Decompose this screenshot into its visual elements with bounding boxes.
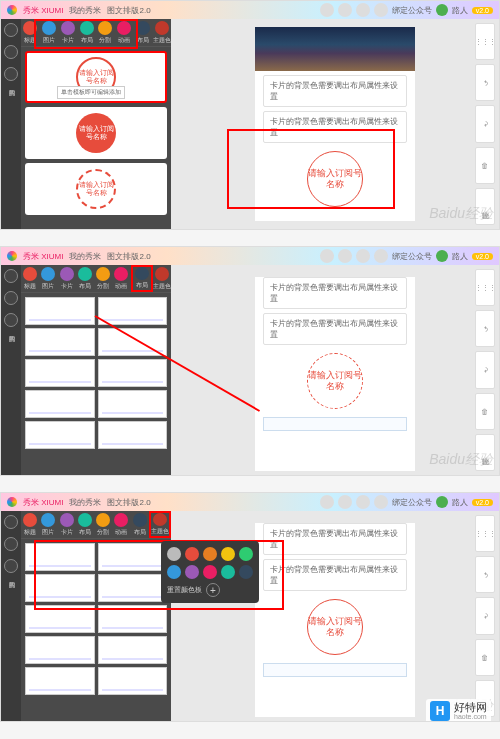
layout-template[interactable] xyxy=(98,667,168,695)
preview-icon[interactable] xyxy=(374,3,388,17)
layout-template[interactable] xyxy=(98,390,168,418)
sidebar-my-images-icon[interactable] xyxy=(4,67,18,81)
template-card[interactable]: 请输入订阅号名称 xyxy=(25,107,167,159)
tool-divider[interactable]: 分割 xyxy=(96,19,115,46)
undo-button[interactable]: ↶ xyxy=(475,556,495,593)
undo-button[interactable]: ↶ xyxy=(475,64,495,101)
layout-slot[interactable] xyxy=(263,417,407,431)
redo-button[interactable]: ↷ xyxy=(475,597,495,634)
apps-icon[interactable]: ⋮⋮⋮ xyxy=(475,23,495,60)
user-avatar-icon[interactable] xyxy=(436,4,448,16)
color-swatch[interactable] xyxy=(239,547,253,561)
redo-button[interactable]: ↷ xyxy=(475,351,495,388)
tool-anim[interactable]: 动画 xyxy=(115,19,134,46)
template-card[interactable]: 请输入订阅号名称 xyxy=(25,163,167,215)
color-swatch[interactable] xyxy=(221,547,235,561)
tool-layout2[interactable]: 布局 xyxy=(134,19,153,46)
color-swatch[interactable] xyxy=(221,565,235,579)
tab-mine[interactable]: 我的秀米 xyxy=(69,5,101,16)
layout-template[interactable] xyxy=(25,667,95,695)
apps-icon[interactable]: ⋮⋮⋮ xyxy=(475,269,495,306)
undo-icon[interactable] xyxy=(320,3,334,17)
redo-icon[interactable] xyxy=(338,3,352,17)
layout-template[interactable] xyxy=(25,328,95,356)
canvas-area[interactable]: 卡片的背景色需要调出布局属性来设置 卡片的背景色需要调出布局属性来设置 请输入订… xyxy=(171,19,499,229)
canvas-circle-element[interactable]: 请输入订阅号名称 xyxy=(307,599,363,655)
canvas-circle-element[interactable]: 请输入订阅号名称 xyxy=(307,151,363,207)
redo-button[interactable]: ↷ xyxy=(475,105,495,142)
undo-icon[interactable] xyxy=(320,249,334,263)
redo-icon[interactable] xyxy=(338,495,352,509)
sidebar-icon[interactable] xyxy=(4,313,18,327)
color-swatch[interactable] xyxy=(239,565,253,579)
color-swatch[interactable] xyxy=(167,547,181,561)
redo-icon[interactable] xyxy=(338,249,352,263)
color-swatch[interactable] xyxy=(167,565,181,579)
save-icon[interactable] xyxy=(356,3,370,17)
tab-editor[interactable]: 图文排版2.0 xyxy=(107,5,150,16)
tool-theme-highlighted[interactable]: 主题色 xyxy=(149,511,171,538)
canvas-area[interactable]: 卡片的背景色需要调出布局属性来设置 卡片的背景色需要调出布局属性来设置 请输入订… xyxy=(171,265,499,475)
reset-color-label[interactable]: 重置颜色板 xyxy=(167,585,202,595)
tool-layout-highlighted[interactable]: 布局 xyxy=(131,265,153,292)
tool-image[interactable]: 图片 xyxy=(40,19,59,46)
color-swatch[interactable] xyxy=(203,547,217,561)
message-card[interactable]: 卡片的背景色需要调出布局属性来设置 xyxy=(263,111,407,143)
color-swatch[interactable] xyxy=(185,547,199,561)
sidebar-icon[interactable] xyxy=(4,269,18,283)
undo-button[interactable]: ↶ xyxy=(475,310,495,347)
user-avatar-icon[interactable] xyxy=(436,496,448,508)
message-card[interactable]: 卡片的背景色需要调出布局属性来设置 xyxy=(263,313,407,345)
canvas-area[interactable]: 卡片的背景色需要调出布局属性来设置 卡片的背景色需要调出布局属性来设置 请输入订… xyxy=(171,511,499,721)
user-avatar-icon[interactable] xyxy=(436,250,448,262)
layout-template[interactable] xyxy=(25,421,95,449)
tool-title[interactable]: 标题 xyxy=(21,19,40,46)
layout-template[interactable] xyxy=(25,543,95,571)
compare-button[interactable]: 比较 xyxy=(475,434,495,471)
sidebar-my-templates-icon[interactable] xyxy=(4,45,18,59)
layout-template[interactable] xyxy=(25,359,95,387)
message-card[interactable]: 卡片的背景色需要调出布局属性来设置 xyxy=(263,559,407,591)
layout-template[interactable] xyxy=(98,543,168,571)
template-card[interactable]: 请输入订阅号名称 单击模板即可编辑添加 xyxy=(25,51,167,103)
sidebar-icon[interactable] xyxy=(4,537,18,551)
preview-icon[interactable] xyxy=(374,495,388,509)
layout-template[interactable] xyxy=(25,390,95,418)
layout-template[interactable] xyxy=(98,636,168,664)
layout-template[interactable] xyxy=(98,297,168,325)
color-swatch[interactable] xyxy=(185,565,199,579)
layout-template[interactable] xyxy=(98,328,168,356)
message-card[interactable]: 卡片的背景色需要调出布局属性来设置 xyxy=(263,75,407,107)
save-icon[interactable] xyxy=(356,249,370,263)
undo-icon[interactable] xyxy=(320,495,334,509)
layout-slot[interactable] xyxy=(263,663,407,677)
color-swatch[interactable] xyxy=(203,565,217,579)
sidebar-icon[interactable] xyxy=(4,515,18,529)
layout-template[interactable] xyxy=(98,574,168,602)
layout-template[interactable] xyxy=(25,605,95,633)
layout-template[interactable] xyxy=(25,574,95,602)
layout-template[interactable] xyxy=(98,421,168,449)
layout-template-highlighted[interactable] xyxy=(25,297,95,325)
sidebar-icon[interactable] xyxy=(4,291,18,305)
preview-icon[interactable] xyxy=(374,249,388,263)
trash-button[interactable]: 🗑 xyxy=(475,393,495,430)
sidebar-system-templates-icon[interactable] xyxy=(4,23,18,37)
canvas-circle-element[interactable]: 请输入订阅号名称 xyxy=(307,353,363,409)
trash-button[interactable]: 🗑 xyxy=(475,639,495,676)
layout-template[interactable] xyxy=(25,636,95,664)
add-color-icon[interactable]: + xyxy=(206,583,220,597)
tool-card[interactable]: 卡片 xyxy=(59,19,78,46)
trash-button[interactable]: 🗑 xyxy=(475,147,495,184)
message-card[interactable]: 卡片的背景色需要调出布局属性来设置 xyxy=(263,277,407,309)
tool-layout[interactable]: 布局 xyxy=(77,19,96,46)
sidebar-icon[interactable] xyxy=(4,559,18,573)
tool-theme[interactable]: 主题色 xyxy=(152,19,171,46)
layout-template[interactable] xyxy=(98,359,168,387)
message-card[interactable]: 卡片的背景色需要调出布局属性来设置 xyxy=(263,523,407,555)
save-icon[interactable] xyxy=(356,495,370,509)
layout-template[interactable] xyxy=(98,605,168,633)
compare-button[interactable]: 比较 xyxy=(475,188,495,225)
bind-account-link[interactable]: 绑定公众号 xyxy=(392,5,432,16)
apps-icon[interactable]: ⋮⋮⋮ xyxy=(475,515,495,552)
